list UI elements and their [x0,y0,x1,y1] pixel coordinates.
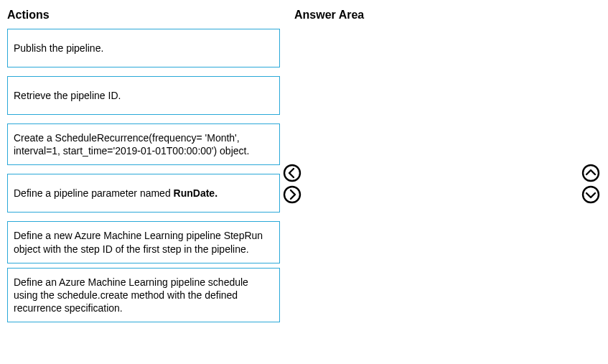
action-item[interactable]: Define a pipeline parameter named RunDat… [7,174,280,213]
action-text: Define an Azure Machine Learning pipelin… [14,276,273,315]
actions-heading: Actions [7,9,280,22]
action-text: Define a new Azure Machine Learning pipe… [14,229,273,255]
action-item[interactable]: Create a ScheduleRecurrence(frequency= '… [7,123,280,165]
move-left-button[interactable] [283,164,301,182]
action-item[interactable]: Publish the pipeline. [7,29,280,67]
svg-point-1 [284,187,300,202]
action-text: Retrieve the pipeline ID. [14,89,121,102]
action-item[interactable]: Retrieve the pipeline ID. [7,76,280,115]
chevron-left-circle-icon [283,164,301,182]
answer-area-heading: Answer Area [294,9,364,22]
svg-point-3 [583,187,599,202]
actions-column: Actions Publish the pipeline. Retrieve t… [7,9,280,331]
action-text: Publish the pipeline. [14,42,103,55]
action-text: Create a ScheduleRecurrence(frequency= '… [14,131,273,157]
move-right-button[interactable] [283,185,301,204]
svg-point-0 [284,165,300,181]
action-item[interactable]: Define an Azure Machine Learning pipelin… [7,268,280,323]
chevron-up-circle-icon [581,164,600,182]
action-item[interactable]: Define a new Azure Machine Learning pipe… [7,221,280,263]
move-up-button[interactable] [581,164,600,182]
action-text-bold: RunDate. [174,187,218,199]
move-down-button[interactable] [581,185,600,204]
action-text: Define a pipeline parameter named RunDat… [14,187,218,200]
chevron-right-circle-icon [283,185,301,204]
action-text-prefix: Define a pipeline parameter named [14,187,174,199]
chevron-down-circle-icon [581,185,600,204]
svg-point-2 [583,165,599,181]
